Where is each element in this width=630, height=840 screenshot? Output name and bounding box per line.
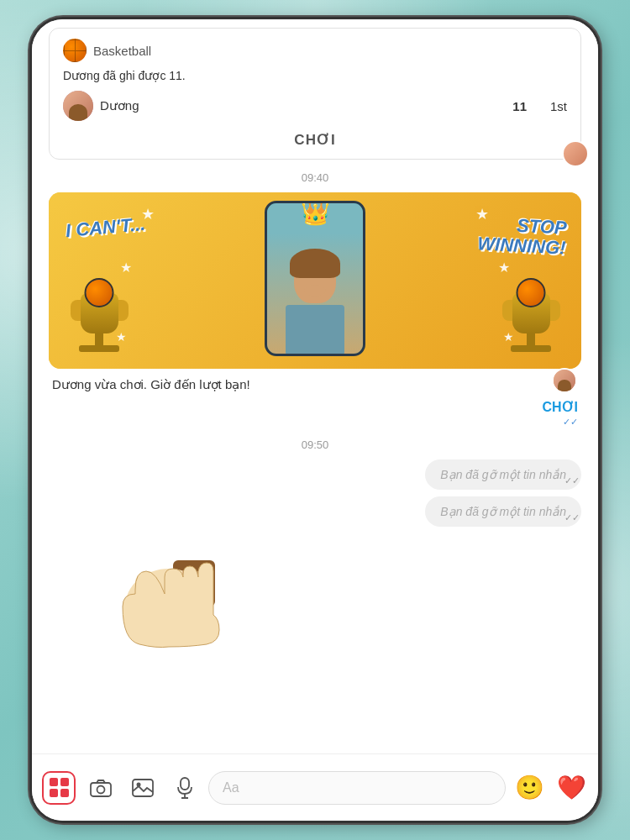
player-score: 11 (512, 99, 527, 113)
grid-button[interactable] (40, 769, 77, 806)
player-name: Dương (100, 98, 506, 113)
gallery-icon (132, 779, 154, 797)
trophy-left (70, 293, 129, 369)
grid-dots (50, 778, 69, 797)
read-tick: ✓✓ (563, 417, 578, 427)
cursor-overlay (89, 506, 257, 674)
svg-rect-3 (138, 610, 156, 620)
svg-rect-2 (135, 571, 159, 622)
deleted-message-2: Bạn đã gỡ một tin nhắn (425, 496, 581, 527)
win-message-text: Dương vừa chơi. Giờ đến lượt bạn! (49, 369, 581, 396)
heart-button[interactable]: ❤️ (553, 769, 590, 806)
emoji-button[interactable]: 🙂 (511, 769, 548, 806)
message-input[interactable]: Aa (208, 771, 506, 805)
emoji-icon: 🙂 (515, 774, 544, 801)
camera-icon (90, 777, 112, 799)
read-tick-2: ✓✓ (564, 512, 580, 523)
phone-frame: Basketball Dương đã ghi được 11. Dương 1… (29, 17, 601, 823)
svg-rect-11 (181, 778, 189, 790)
svg-rect-7 (91, 783, 111, 796)
svg-point-8 (97, 785, 105, 793)
crown: 👑 (301, 201, 330, 227)
timestamp-2: 09:50 (32, 438, 598, 451)
game-label: Basketball (93, 44, 151, 58)
timestamp-1: 09:40 (32, 171, 598, 184)
mic-button[interactable] (166, 769, 203, 806)
svg-point-1 (125, 569, 213, 644)
game-card-top: Basketball Dương đã ghi được 11. Dương 1… (49, 28, 581, 160)
player-rank: 1st (550, 99, 567, 113)
input-placeholder: Aa (223, 780, 239, 795)
mic-icon (176, 777, 193, 799)
star-2: ★ (120, 260, 132, 276)
basketball-icon (63, 39, 87, 62)
trophy-right (501, 293, 560, 369)
play-button-top[interactable]: CHƠI (63, 131, 567, 149)
win-avatar-corner (552, 368, 577, 393)
grid-dot-1 (50, 778, 58, 786)
win-banner: I CAN'T... STOPWINNING! ★ ★ ★ ★ ★ ★ (49, 192, 581, 369)
star-4: ★ (498, 260, 510, 276)
player-avatar (63, 91, 93, 121)
deleted-msg-1-wrapper: Bạn đã gỡ một tin nhắn ✓✓ (49, 459, 581, 490)
center-phone: 👑 (265, 201, 365, 356)
grid-icon-box (42, 771, 76, 805)
svg-rect-0 (173, 560, 215, 606)
camera-button[interactable] (82, 769, 119, 806)
grid-dot-4 (60, 789, 69, 797)
banner-right-text: STOPWINNING! (477, 213, 567, 259)
grid-dot-3 (50, 789, 58, 797)
heart-icon: ❤️ (557, 774, 586, 801)
win-message-wrapper: I CAN'T... STOPWINNING! ★ ★ ★ ★ ★ ★ (49, 192, 581, 428)
gallery-button[interactable] (124, 769, 161, 806)
score-row: Dương 11 1st (63, 91, 567, 121)
grid-dot-2 (60, 778, 69, 786)
read-tick-1: ✓✓ (564, 475, 580, 486)
deleted-msg-2-wrapper: Bạn đã gỡ một tin nhắn ✓✓ (49, 496, 581, 527)
deleted-message-1: Bạn đã gỡ một tin nhắn (425, 459, 581, 490)
corner-avatar (562, 140, 589, 167)
bottom-toolbar: Aa 🙂 ❤️ (32, 753, 598, 821)
score-text: Dương đã ghi được 11. (63, 69, 567, 82)
chat-area: Basketball Dương đã ghi được 11. Dương 1… (32, 19, 598, 753)
banner-left-text: I CAN'T... (65, 214, 146, 241)
